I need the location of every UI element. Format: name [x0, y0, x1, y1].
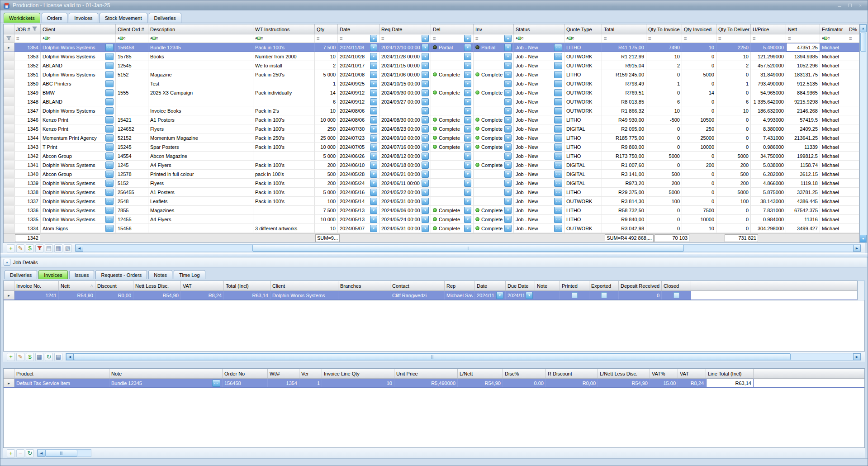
- column-header-branches[interactable]: Branches: [338, 281, 390, 290]
- column-header-job[interactable]: JOB #: [14, 24, 41, 34]
- table-row[interactable]: 1342Abcon Group...14554Abcon Magazine5 0…: [4, 152, 859, 161]
- filter-cell-del[interactable]: =▼: [431, 34, 474, 43]
- ellipsis-button[interactable]: ...: [105, 89, 114, 96]
- ellipsis-button[interactable]: ...: [105, 80, 114, 87]
- filter-cell-wt-instructions[interactable]: ABC: [253, 34, 315, 43]
- chevron-down-icon[interactable]: ▼: [464, 116, 471, 124]
- table-row[interactable]: ▸1241R54,90R0,00R54,90R8,24R63,14Dolphin…: [4, 291, 857, 300]
- chevron-down-icon[interactable]: ▼: [370, 98, 377, 105]
- ellipsis-button[interactable]: ...: [554, 152, 562, 160]
- column-header-wt-instructions[interactable]: WT Instructions: [253, 24, 315, 34]
- table-row[interactable]: 1339Dolphin Worxs Systems...5152FlyersPa…: [4, 179, 859, 188]
- chevron-down-icon[interactable]: ▼: [370, 53, 377, 60]
- chevron-down-icon[interactable]: ▼: [422, 189, 429, 196]
- chevron-down-icon[interactable]: ▼: [422, 44, 429, 51]
- column-header-note[interactable]: Note: [535, 281, 560, 290]
- chevron-down-icon[interactable]: ▼: [464, 171, 471, 178]
- scroll-left-icon[interactable]: ◀: [38, 450, 45, 456]
- scroll-right-icon[interactable]: ▶: [853, 245, 861, 252]
- print-icon[interactable]: ▦: [35, 353, 43, 361]
- column-header-total-incl[interactable]: Total (Incl): [224, 281, 270, 290]
- ellipsis-button[interactable]: ...: [105, 189, 114, 196]
- ellipsis-button[interactable]: ...: [554, 107, 562, 114]
- chevron-down-icon[interactable]: ▼: [370, 171, 377, 178]
- column-header-quote-type[interactable]: Quote Type: [564, 24, 602, 34]
- filter-cell-qty-invoiced[interactable]: =: [682, 34, 716, 43]
- refresh-icon[interactable]: ↻: [45, 353, 53, 361]
- collapse-panel-icon[interactable]: ▲: [4, 259, 10, 266]
- table-row[interactable]: 1334Atom Signs...154563 different artwor…: [4, 224, 859, 233]
- chevron-down-icon[interactable]: ▼: [464, 225, 471, 232]
- ellipsis-button[interactable]: ...: [554, 207, 562, 214]
- chevron-down-icon[interactable]: ▼: [464, 207, 471, 214]
- column-header-printed[interactable]: Printed: [560, 281, 589, 290]
- chevron-down-icon[interactable]: ▼: [422, 116, 429, 124]
- close-button[interactable]: ×: [856, 2, 865, 9]
- chevron-down-icon[interactable]: ▼: [370, 80, 377, 87]
- column-header-invoice-line-qty[interactable]: Invoice Line Qty: [322, 369, 394, 378]
- scroll-up-icon[interactable]: ▲: [860, 24, 867, 32]
- chevron-down-icon[interactable]: ▼: [370, 125, 377, 133]
- print-icon[interactable]: ▦: [54, 244, 62, 252]
- chevron-down-icon[interactable]: ▼: [504, 71, 512, 78]
- chevron-down-icon[interactable]: ▼: [422, 35, 429, 42]
- chevron-down-icon[interactable]: ▼: [370, 71, 377, 78]
- ellipsis-button[interactable]: ...: [105, 116, 114, 124]
- table-row[interactable]: 1335Dolphin Worxs Systems...12455A4 Flye…: [4, 215, 859, 224]
- chevron-down-icon[interactable]: ▼: [370, 216, 377, 223]
- chevron-down-icon[interactable]: ▼: [370, 198, 377, 205]
- ellipsis-button[interactable]: ...: [554, 180, 562, 187]
- ellipsis-button[interactable]: ...: [105, 143, 114, 151]
- ellipsis-button[interactable]: ...: [105, 216, 114, 223]
- chevron-down-icon[interactable]: ▼: [370, 116, 377, 124]
- column-header-ver[interactable]: Ver: [299, 369, 322, 378]
- scroll-left-icon[interactable]: ◀: [66, 353, 74, 360]
- chevron-down-icon[interactable]: ▼: [504, 44, 512, 51]
- edit-icon[interactable]: ✎: [16, 244, 24, 252]
- ellipsis-button[interactable]: ...: [105, 225, 114, 232]
- table-row[interactable]: 1337Dolphin Worxs Systems...2548Leaflets…: [4, 197, 859, 206]
- column-header-del[interactable]: Del: [431, 24, 474, 34]
- ellipsis-button[interactable]: ...: [212, 380, 220, 387]
- column-header-u-price[interactable]: U/Price: [751, 24, 786, 34]
- column-header-l-nett-less-disc[interactable]: L/Nett Less Disc.: [598, 369, 650, 378]
- chevron-down-icon[interactable]: ▼: [464, 216, 471, 223]
- column-header-closed[interactable]: Closed: [662, 281, 691, 290]
- table-row[interactable]: 1341Dolphin Worxs Systems...1245A4 Flyer…: [4, 161, 859, 170]
- column-header-date[interactable]: Date: [338, 24, 379, 34]
- ellipsis-button[interactable]: ...: [554, 225, 562, 232]
- panel-splitter[interactable]: [0, 253, 868, 257]
- table-row[interactable]: 1350ABC Printers...Test12024/09/25▼2024/…: [4, 79, 859, 88]
- column-header-qty[interactable]: Qty: [315, 24, 338, 34]
- ellipsis-button[interactable]: ...: [554, 171, 562, 178]
- chevron-down-icon[interactable]: ▼: [370, 62, 377, 69]
- column-header-inv[interactable]: Inv: [474, 24, 514, 34]
- table-row[interactable]: 1353Dolphin Worxs Systems...15785BooksNu…: [4, 52, 859, 61]
- chevron-down-icon[interactable]: ▼: [464, 35, 471, 42]
- column-header-nett[interactable]: Nett: [786, 24, 820, 34]
- column-header-l-nett[interactable]: L/Nett: [458, 369, 503, 378]
- filter-cell-req-date[interactable]: =▼: [379, 34, 431, 43]
- add-icon[interactable]: +: [7, 449, 15, 457]
- table-row[interactable]: 1336Dolphin Worxs Systems...7855Magazine…: [4, 206, 859, 215]
- filter-icon[interactable]: [35, 244, 43, 252]
- column-header-nett-less-disc[interactable]: Nett Less Disc.: [133, 281, 181, 290]
- chevron-down-icon[interactable]: ▼: [422, 62, 429, 69]
- table-row[interactable]: 1351Dolphin Worxs Systems...5152Magazine…: [4, 70, 859, 79]
- ellipsis-button[interactable]: ...: [105, 53, 114, 60]
- chevron-down-icon[interactable]: ▼: [504, 107, 512, 114]
- table-row[interactable]: 1349BMW...15552025 X3 CampaignPack indiv…: [4, 88, 859, 97]
- column-header-wt[interactable]: Wt/#: [268, 369, 299, 378]
- preview-icon[interactable]: ▧: [64, 244, 72, 252]
- scroll-left-icon[interactable]: ◀: [76, 245, 83, 252]
- chevron-down-icon[interactable]: ▼: [464, 134, 471, 142]
- horizontal-scrollbar[interactable]: ◀▶: [66, 353, 861, 361]
- column-header-line-total-incl[interactable]: Line Total (Incl): [706, 369, 754, 378]
- add-icon[interactable]: +: [7, 353, 15, 361]
- chevron-down-icon[interactable]: ▼: [464, 71, 471, 78]
- ellipsis-button[interactable]: ...: [554, 216, 562, 223]
- horizontal-scrollbar[interactable]: ◀▶: [75, 244, 861, 252]
- column-header-qty-to-invoice[interactable]: Qty To Invoice: [646, 24, 682, 34]
- ellipsis-button[interactable]: ...: [554, 62, 562, 69]
- column-header-client-ord[interactable]: Client Ord #: [116, 24, 148, 34]
